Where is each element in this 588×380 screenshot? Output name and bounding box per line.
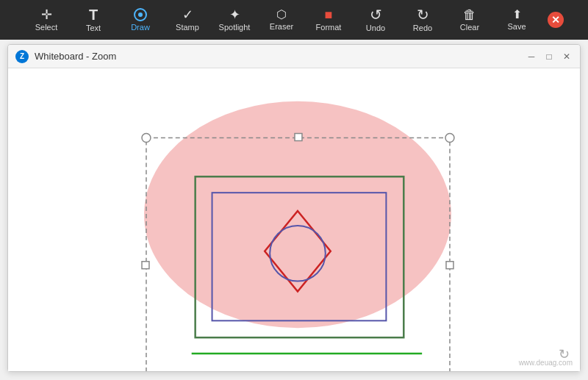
tool-format[interactable]: ■ Format bbox=[306, 2, 351, 37]
svg-point-7 bbox=[142, 134, 151, 143]
tool-clear[interactable]: 🗑 Clear bbox=[448, 2, 492, 37]
svg-rect-11 bbox=[446, 262, 453, 269]
tool-spotlight[interactable]: ✦ Spotlight bbox=[212, 2, 257, 37]
close-button[interactable]: ✕ bbox=[561, 51, 573, 62]
clear-label: Clear bbox=[460, 23, 479, 32]
tool-text[interactable]: T Text bbox=[71, 2, 115, 37]
stamp-icon: ✓ bbox=[182, 8, 193, 21]
whiteboard-window: Z Whiteboard - Zoom ─ □ ✕ bbox=[7, 44, 581, 372]
format-label: Format bbox=[316, 23, 342, 32]
undo-label: Undo bbox=[366, 24, 385, 32]
toolbar-close-button[interactable]: ✕ bbox=[548, 12, 564, 28]
tool-select[interactable]: ✛ Select bbox=[24, 2, 68, 37]
eraser-label: Eraser bbox=[270, 22, 293, 31]
select-label: Select bbox=[35, 23, 58, 32]
redo-icon: ↻ bbox=[417, 7, 429, 22]
window-titlebar: Z Whiteboard - Zoom ─ □ ✕ bbox=[8, 45, 580, 68]
tool-save[interactable]: ⬆ Save bbox=[495, 2, 539, 37]
tool-draw[interactable]: Draw bbox=[118, 2, 162, 37]
canvas-area[interactable]: ↻ www.deuag.com bbox=[8, 68, 580, 371]
text-icon: T bbox=[89, 7, 98, 22]
spotlight-icon: ✦ bbox=[229, 8, 240, 21]
toolbar: ✛ Select T Text Draw ✓ Stamp ✦ Spotlight… bbox=[0, 0, 588, 40]
select-icon: ✛ bbox=[41, 8, 52, 21]
undo-icon: ↺ bbox=[370, 7, 382, 22]
save-label: Save bbox=[507, 22, 526, 31]
maximize-button[interactable]: □ bbox=[543, 51, 555, 62]
tool-stamp[interactable]: ✓ Stamp bbox=[165, 2, 209, 37]
spotlight-label: Spotlight bbox=[219, 23, 251, 32]
svg-rect-10 bbox=[142, 262, 149, 269]
tool-undo[interactable]: ↺ Undo bbox=[354, 2, 398, 37]
svg-rect-8 bbox=[295, 134, 302, 141]
draw-label: Draw bbox=[131, 23, 150, 32]
clear-icon: 🗑 bbox=[463, 8, 476, 21]
minimize-button[interactable]: ─ bbox=[526, 51, 537, 62]
window-title: Whiteboard - Zoom bbox=[35, 51, 520, 62]
tool-redo[interactable]: ↻ Redo bbox=[401, 2, 445, 37]
eraser-icon: ⬡ bbox=[276, 9, 287, 21]
window-logo: Z bbox=[15, 50, 29, 63]
text-label: Text bbox=[86, 24, 101, 32]
tool-eraser[interactable]: ⬡ Eraser bbox=[259, 2, 304, 37]
save-icon: ⬆ bbox=[512, 9, 522, 21]
format-icon: ■ bbox=[325, 8, 333, 21]
stamp-label: Stamp bbox=[176, 23, 199, 32]
svg-point-9 bbox=[445, 134, 454, 143]
redo-label: Redo bbox=[413, 24, 432, 32]
draw-icon bbox=[134, 8, 147, 21]
watermark: www.deuag.com bbox=[519, 359, 573, 367]
canvas-svg bbox=[8, 68, 580, 371]
window-controls: ─ □ ✕ bbox=[526, 51, 573, 62]
